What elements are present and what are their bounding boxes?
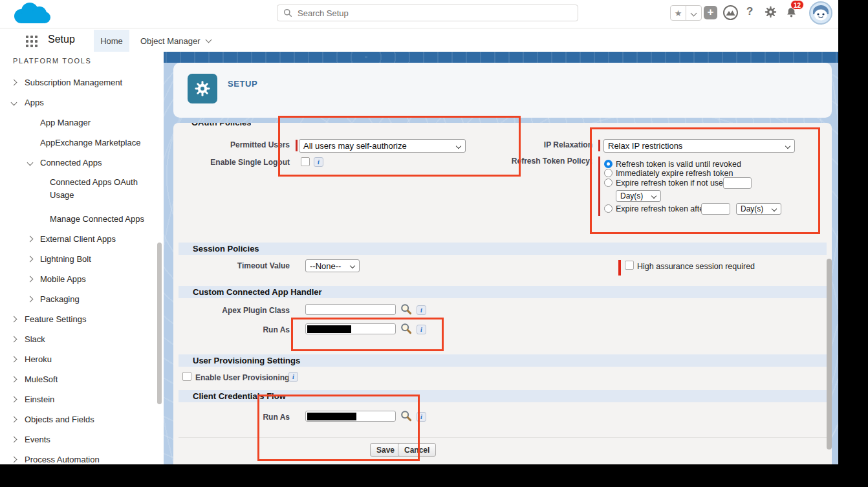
chevron-down-icon — [205, 37, 212, 43]
sidebar-item-label: Mobile Apps — [40, 274, 86, 284]
chevron-down-icon — [27, 160, 34, 166]
sidebar-item-mulesoft[interactable]: MuleSoft — [0, 369, 164, 389]
sidebar-item-label: Connected Apps — [40, 158, 102, 168]
apex-plugin-class-input[interactable] — [305, 304, 396, 315]
sidebar-heading: PLATFORM TOOLS — [13, 57, 91, 65]
sidebar-item-label: Process Automation — [25, 455, 100, 464]
sidebar-item-events[interactable]: Events — [0, 429, 164, 449]
tab-home[interactable]: Home — [94, 30, 129, 52]
user-avatar[interactable] — [809, 1, 832, 25]
sidebar-item-manage-connected-apps[interactable]: Manage Connected Apps — [0, 209, 164, 229]
tab-home-label: Home — [100, 36, 123, 46]
annotation-box-run-as — [291, 318, 444, 351]
timeout-value-label: Timeout Value — [173, 261, 290, 270]
chevron-right-icon — [11, 437, 17, 443]
sidebar-item-external-client-apps[interactable]: External Client Apps — [0, 229, 164, 249]
sidebar-item-objects-and-fields[interactable]: Objects and Fields — [0, 409, 164, 429]
sidebar-item-label: Lightning Bolt — [40, 254, 91, 264]
sidebar-item-subscription-management[interactable]: Subscription Management — [0, 72, 164, 92]
sidebar-item-mobile-apps[interactable]: Mobile Apps — [0, 269, 164, 289]
sidebar-item-label: Einstein — [25, 395, 54, 404]
high-assurance-label: High assurance session required — [637, 262, 755, 271]
app-name-title: Setup — [48, 34, 75, 45]
chevron-right-icon — [11, 376, 17, 383]
add-button[interactable]: + — [704, 6, 717, 19]
help-button[interactable]: ? — [746, 5, 753, 18]
setup-sidebar: PLATFORM TOOLS Subscription Management A… — [0, 52, 164, 464]
banner-top-strip — [164, 52, 838, 63]
sidebar-item-label: Slack — [25, 334, 45, 344]
chevron-right-icon — [11, 356, 17, 363]
sidebar-scrollbar-thumb[interactable] — [157, 243, 162, 404]
chevron-right-icon — [27, 276, 34, 283]
favorites-dropdown-button[interactable] — [686, 6, 701, 20]
sidebar-items: Subscription Management Apps App Manager… — [0, 72, 164, 464]
question-icon: ? — [746, 5, 753, 17]
search-input[interactable] — [298, 8, 578, 18]
setup-nav-bar: Setup Home Object Manager — [0, 28, 838, 52]
timeout-value: --None-- — [310, 261, 341, 271]
app-launcher-icon[interactable] — [25, 34, 39, 49]
sidebar-item-label: Connected Apps OAuth Usage — [50, 177, 138, 200]
sidebar-item-label: Packaging — [40, 294, 80, 304]
sidebar-item-app-manager[interactable]: App Manager — [0, 113, 164, 133]
star-icon: ★ — [675, 9, 682, 17]
favorites-star-button[interactable]: ★ — [671, 6, 686, 20]
apex-plugin-class-label: Apex Plugin Class — [173, 306, 290, 315]
banner-eyebrow: SETUP — [228, 79, 257, 89]
sidebar-item-appexchange-marketplace[interactable]: AppExchange Marketplace — [0, 133, 164, 153]
sidebar-item-connected-apps[interactable]: Connected Apps — [0, 153, 164, 173]
run-as-label: Run As — [173, 325, 290, 334]
user-provisioning-header: User Provisioning Settings — [179, 354, 827, 367]
annotation-bar-high-assurance — [618, 260, 621, 276]
salesforce-logo-icon[interactable] — [12, 2, 52, 28]
sidebar-item-label: MuleSoft — [25, 374, 58, 384]
enable-user-provisioning-checkbox[interactable] — [182, 372, 191, 381]
sidebar-item-feature-settings[interactable]: Feature Settings — [0, 309, 164, 329]
annotation-box-client-credentials — [257, 395, 420, 461]
timeout-value-select[interactable]: --None-- — [305, 259, 360, 272]
favorites-button-group: ★ — [670, 5, 702, 21]
setup-search-box[interactable] — [277, 5, 578, 21]
custom-handler-header: Custom Connected App Handler — [179, 286, 827, 298]
annotation-box-permitted-users — [278, 116, 521, 177]
sidebar-item-apps[interactable]: Apps — [0, 92, 164, 113]
info-icon[interactable]: i — [417, 305, 426, 315]
sidebar-item-label: Heroku — [25, 354, 52, 364]
lookup-button[interactable] — [400, 303, 412, 317]
global-header: ★ + ? — [0, 0, 838, 28]
chevron-right-icon — [27, 296, 34, 303]
main-scrollbar-thumb[interactable] — [827, 259, 832, 449]
sidebar-item-connected-apps-oauth-usage[interactable]: Connected Apps OAuth Usage — [0, 173, 164, 209]
chevron-right-icon — [27, 256, 34, 263]
sidebar-item-process-automation[interactable]: Process Automation — [0, 449, 164, 464]
sidebar-item-lightning-bolt[interactable]: Lightning Bolt — [0, 249, 164, 269]
tab-object-manager[interactable]: Object Manager — [133, 30, 219, 52]
magnifier-lookup-icon — [400, 303, 412, 315]
sidebar-item-label: Feature Settings — [25, 314, 86, 324]
gear-icon — [764, 5, 777, 19]
annotation-box-ip-relaxation-refresh-policy — [590, 127, 820, 234]
notification-badge: 12 — [790, 0, 804, 10]
search-icon — [283, 8, 292, 17]
info-icon[interactable]: i — [288, 372, 298, 382]
chevron-down-icon — [350, 263, 355, 268]
chevron-right-icon — [11, 417, 17, 423]
session-policies-header: Session Policies — [179, 243, 827, 255]
chevron-right-icon — [11, 396, 17, 403]
chevron-right-icon — [11, 316, 17, 323]
enable-user-provisioning-label: Enable User Provisioning — [195, 373, 289, 382]
sidebar-item-label: Objects and Fields — [25, 415, 94, 424]
setup-gear-button[interactable] — [764, 5, 777, 21]
sidebar-item-label: App Manager — [40, 118, 91, 127]
sidebar-item-label: Events — [25, 435, 50, 444]
sidebar-item-label: Subscription Management — [25, 78, 122, 87]
sidebar-item-slack[interactable]: Slack — [0, 329, 164, 349]
sidebar-item-label: AppExchange Marketplace — [40, 138, 140, 147]
plus-icon: + — [708, 6, 714, 18]
sidebar-item-einstein[interactable]: Einstein — [0, 389, 164, 409]
sidebar-item-packaging[interactable]: Packaging — [0, 289, 164, 309]
guidance-button[interactable] — [722, 5, 739, 23]
high-assurance-checkbox[interactable] — [625, 261, 634, 270]
sidebar-item-heroku[interactable]: Heroku — [0, 349, 164, 369]
